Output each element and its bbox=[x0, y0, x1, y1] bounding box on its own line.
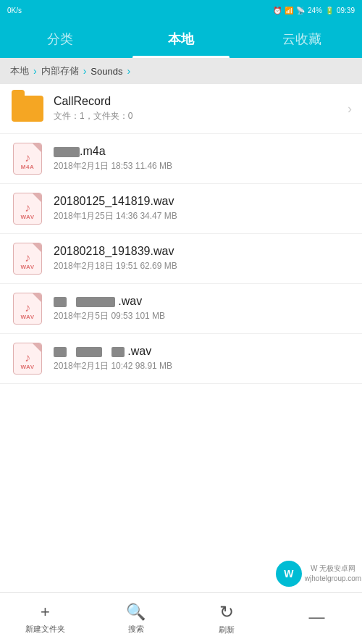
file-name: 20180125_141819.wav bbox=[54, 195, 352, 208]
search-label: 搜索 bbox=[128, 624, 144, 635]
file-info: .wav 2018年2月1日 10:42 98.91 MB bbox=[54, 345, 352, 372]
file-name: CallRecord bbox=[54, 95, 342, 108]
search-icon: 🔍 bbox=[126, 603, 146, 622]
audio-icon-wrap: ♪ M4A bbox=[10, 141, 45, 176]
tab-bendi[interactable]: 本地 bbox=[121, 20, 242, 58]
audio-file-icon: ♪ WAV bbox=[13, 293, 42, 325]
list-item[interactable]: ♪ WAV .wav 2018年2月1日 10:42 98.91 MB bbox=[0, 334, 362, 384]
file-name: .wav bbox=[54, 295, 352, 308]
breadcrumb-sounds[interactable]: Sounds bbox=[90, 66, 122, 77]
chevron-right-icon: › bbox=[348, 101, 352, 117]
list-item[interactable]: ♪ M4A .m4a 2018年2月1日 18:53 11.46 MB bbox=[0, 134, 362, 184]
folder-icon bbox=[12, 96, 43, 122]
breadcrumb-sep-2: › bbox=[83, 65, 87, 77]
status-bar: 0K/s ⏰ 📶 📡 24% 🔋 09:39 bbox=[0, 0, 362, 20]
clock: 09:39 bbox=[337, 7, 355, 14]
audio-icon-wrap: ♪ WAV bbox=[10, 341, 45, 376]
file-name: .m4a bbox=[54, 145, 352, 158]
file-meta: 2018年2月5日 09:53 101 MB bbox=[54, 310, 352, 322]
blurred-name-p3 bbox=[111, 347, 125, 357]
battery-text: 24% bbox=[308, 7, 322, 14]
more-button[interactable]: — bbox=[272, 593, 362, 644]
tab-fenlei[interactable]: 分类 bbox=[0, 20, 121, 58]
wifi-icon: 📶 bbox=[285, 7, 293, 14]
plus-icon: + bbox=[41, 603, 50, 622]
tab-bar: 分类 本地 云收藏 bbox=[0, 20, 362, 58]
status-icons: ⏰ 📶 📡 24% 🔋 09:39 bbox=[273, 7, 355, 14]
file-meta: 2018年2月1日 18:53 11.46 MB bbox=[54, 160, 352, 172]
file-info: 20180125_141819.wav 2018年1月25日 14:36 34.… bbox=[54, 195, 352, 222]
file-info: 20180218_191839.wav 2018年2月18日 19:51 62.… bbox=[54, 245, 352, 272]
refresh-button[interactable]: ↻ 刷新 bbox=[181, 593, 272, 644]
file-info: .m4a 2018年2月1日 18:53 11.46 MB bbox=[54, 145, 352, 172]
watermark-text: W 无极安卓网 wjhotelgroup.com bbox=[305, 564, 361, 584]
audio-file-icon: ♪ WAV bbox=[13, 343, 42, 375]
blurred-name-p1 bbox=[54, 347, 67, 357]
breadcrumb-internal[interactable]: 内部存储 bbox=[41, 64, 79, 78]
search-button[interactable]: 🔍 搜索 bbox=[90, 593, 181, 644]
audio-icon-wrap: ♪ WAV bbox=[10, 241, 45, 276]
audio-file-icon: ♪ M4A bbox=[13, 143, 42, 175]
tab-yunshoucan[interactable]: 云收藏 bbox=[241, 20, 362, 58]
watermark-logo: W bbox=[276, 561, 302, 587]
audio-file-icon: ♪ WAV bbox=[13, 193, 42, 225]
audio-file-icon: ♪ WAV bbox=[13, 243, 42, 275]
breadcrumb-sep-3: › bbox=[127, 65, 130, 77]
file-meta: 2018年1月25日 14:36 34.47 MB bbox=[54, 210, 352, 222]
breadcrumb: 本地 › 内部存储 › Sounds › bbox=[0, 58, 362, 84]
blurred-name-p2 bbox=[76, 347, 102, 357]
minus-icon: — bbox=[309, 608, 325, 627]
refresh-icon: ↻ bbox=[219, 602, 234, 622]
new-folder-button[interactable]: + 新建文件夹 bbox=[0, 593, 90, 644]
file-info: .wav 2018年2月5日 09:53 101 MB bbox=[54, 295, 352, 322]
file-meta: 2018年2月1日 10:42 98.91 MB bbox=[54, 360, 352, 372]
list-item[interactable]: ♪ WAV 20180125_141819.wav 2018年1月25日 14:… bbox=[0, 184, 362, 234]
refresh-label: 刷新 bbox=[219, 624, 235, 635]
file-meta: 2018年2月18日 19:51 62.69 MB bbox=[54, 260, 352, 272]
alarm-icon: ⏰ bbox=[273, 7, 282, 14]
breadcrumb-local[interactable]: 本地 bbox=[10, 64, 29, 78]
file-meta: 文件：1，文件夹：0 bbox=[54, 110, 342, 122]
signal-icon: 📡 bbox=[296, 7, 305, 14]
new-folder-label: 新建文件夹 bbox=[25, 624, 65, 635]
file-info: CallRecord 文件：1，文件夹：0 bbox=[54, 95, 342, 122]
blurred-name bbox=[54, 147, 80, 157]
blurred-name-part1 bbox=[54, 297, 67, 307]
file-name: .wav bbox=[54, 345, 352, 358]
file-name: 20180218_191839.wav bbox=[54, 245, 352, 258]
list-item[interactable]: ♪ WAV .wav 2018年2月5日 09:53 101 MB bbox=[0, 284, 362, 334]
bottom-nav: + 新建文件夹 🔍 搜索 ↻ 刷新 — bbox=[0, 592, 362, 644]
list-item[interactable]: CallRecord 文件：1，文件夹：0 › bbox=[0, 84, 362, 134]
file-list: CallRecord 文件：1，文件夹：0 › ♪ M4A .m4a 2018年… bbox=[0, 84, 362, 592]
watermark: W W 无极安卓网 wjhotelgroup.com bbox=[275, 556, 362, 592]
network-speed: 0K/s bbox=[7, 7, 22, 14]
list-item[interactable]: ♪ WAV 20180218_191839.wav 2018年2月18日 19:… bbox=[0, 234, 362, 284]
audio-icon-wrap: ♪ WAV bbox=[10, 291, 45, 326]
battery-icon: 🔋 bbox=[325, 7, 334, 14]
folder-icon-wrap bbox=[10, 91, 45, 126]
breadcrumb-sep-1: › bbox=[33, 65, 37, 77]
audio-icon-wrap: ♪ WAV bbox=[10, 191, 45, 226]
blurred-name-part2 bbox=[76, 297, 115, 307]
